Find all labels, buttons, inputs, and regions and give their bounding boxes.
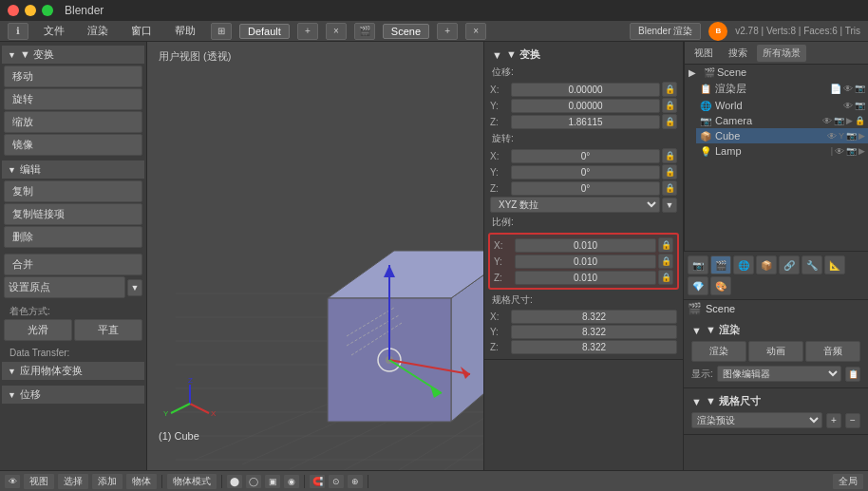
outliner-tab-view[interactable]: 视图 xyxy=(689,45,719,62)
rot-y-lock[interactable]: 🔒 xyxy=(662,164,677,179)
cube-eye[interactable]: 👁 xyxy=(827,131,837,142)
preset-remove-btn[interactable]: − xyxy=(845,413,860,428)
outliner-tab-all-scenes[interactable]: 所有场景 xyxy=(757,45,806,62)
props-tab-object[interactable]: 📦 xyxy=(756,255,777,274)
xyz-damp-select[interactable]: XYZ 数拉 xyxy=(490,197,660,213)
texture-shade-icon[interactable]: ▣ xyxy=(264,474,281,489)
add-btn[interactable]: 添加 xyxy=(91,473,123,490)
lamp-eye[interactable]: 👁 xyxy=(835,146,844,157)
props-tab-texture[interactable]: 🎨 xyxy=(710,276,731,295)
props-tab-constraints[interactable]: 🔗 xyxy=(779,255,800,274)
display-extra-btn[interactable]: 📋 xyxy=(845,367,860,382)
camera-lock[interactable]: 🔒 xyxy=(855,116,865,126)
outliner-world[interactable]: 🌐 World 👁 📷 xyxy=(696,98,868,113)
props-tab-scene[interactable]: 🎬 xyxy=(710,255,731,274)
render-preset-select[interactable]: 渲染预设 xyxy=(691,412,822,428)
scale-y-lock[interactable]: 🔒 xyxy=(658,254,673,269)
xyz-damp-expand[interactable]: ▼ xyxy=(662,198,677,213)
scale-x-input[interactable] xyxy=(515,238,656,253)
close-button[interactable] xyxy=(8,5,19,16)
dim-x-input[interactable] xyxy=(511,310,677,324)
wireframe-icon[interactable]: ◯ xyxy=(245,474,262,489)
menu-render[interactable]: 渲染 xyxy=(80,22,116,40)
props-tab-world[interactable]: 🌐 xyxy=(733,255,754,274)
scale-z-lock[interactable]: 🔒 xyxy=(658,270,673,285)
solid-shade-icon[interactable]: ⬤ xyxy=(226,474,243,489)
object-btn[interactable]: 物体 xyxy=(125,473,158,490)
outliner-tab-search[interactable]: 搜索 xyxy=(723,45,753,62)
move-btn[interactable]: 移动 xyxy=(4,66,142,87)
props-tab-material[interactable]: 💎 xyxy=(688,276,708,295)
cube-render-icon[interactable]: 📷 xyxy=(846,131,857,142)
view-btn[interactable]: 视图 xyxy=(23,473,55,490)
cube-lock[interactable]: ▶ xyxy=(859,131,865,142)
location-header[interactable]: ▼ 位移 xyxy=(2,386,144,404)
loc-z-input[interactable] xyxy=(511,115,660,129)
outliner-scene[interactable]: ▶ 🎬 Scene xyxy=(685,65,868,80)
mirror-btn[interactable]: 镜像 xyxy=(4,134,142,156)
viewport[interactable]: 用户视图 (透视) xyxy=(147,42,483,470)
smooth-btn[interactable]: 光滑 xyxy=(4,319,72,341)
info-icon-btn[interactable]: ℹ xyxy=(8,23,28,40)
renderlayer-render-icon[interactable]: 📷 xyxy=(855,84,865,94)
world-eye[interactable]: 👁 xyxy=(843,101,853,111)
set-origin-btn[interactable]: 设置原点 xyxy=(4,276,125,298)
minimize-button[interactable] xyxy=(25,5,36,16)
dim-z-input[interactable] xyxy=(511,340,677,354)
outliner-renderlayer[interactable]: 📋 渲染层 📄 👁 📷 xyxy=(696,80,868,98)
loc-y-lock[interactable]: 🔒 xyxy=(662,98,677,113)
outliner-cube[interactable]: 📦 Cube 👁 Y 📷 ▶ xyxy=(696,128,868,143)
outliner-camera[interactable]: 📷 Camera 👁 📷 ▶ 🔒 xyxy=(696,113,868,128)
world-render-icon[interactable]: 📷 xyxy=(855,101,865,111)
loc-x-lock[interactable]: 🔒 xyxy=(662,82,677,97)
rot-x-input[interactable] xyxy=(511,149,660,163)
maximize-button[interactable] xyxy=(42,5,53,16)
duplicate-btn[interactable]: 复制 xyxy=(4,180,142,202)
rot-z-lock[interactable]: 🔒 xyxy=(662,180,677,196)
remove-layout-icon[interactable]: × xyxy=(326,23,347,40)
loc-y-input[interactable] xyxy=(511,99,660,113)
flat-btn[interactable]: 平直 xyxy=(74,319,142,341)
render-btn[interactable]: 渲染 xyxy=(691,341,746,362)
select-btn[interactable]: 选择 xyxy=(57,473,89,490)
props-tab-modifiers[interactable]: 🔧 xyxy=(802,255,822,274)
renderlayer-eye[interactable]: 👁 xyxy=(843,84,853,94)
menu-window[interactable]: 窗口 xyxy=(123,22,160,40)
props-tab-data[interactable]: 📐 xyxy=(824,255,845,274)
camera-render-icon[interactable]: 📷 xyxy=(834,116,844,126)
scene-selector[interactable]: Scene xyxy=(383,24,429,39)
dim-y-input[interactable] xyxy=(511,325,677,339)
add-layout-icon[interactable]: + xyxy=(297,23,318,40)
dimensions-section-header[interactable]: ▼ ▼ 规格尺寸 xyxy=(688,392,864,410)
apply-transform-header[interactable]: ▼ 应用物体变换 xyxy=(2,362,144,380)
menu-file[interactable]: 文件 xyxy=(36,22,72,40)
scale-y-input[interactable] xyxy=(515,255,656,269)
proportional-edit-icon[interactable]: ⊙ xyxy=(328,474,345,489)
screen-layout-icon[interactable]: ⊞ xyxy=(211,23,232,40)
scale-btn[interactable]: 缩放 xyxy=(4,111,142,133)
scale-x-lock[interactable]: 🔒 xyxy=(658,237,673,253)
transform-manipulator-icon[interactable]: ⊕ xyxy=(347,474,364,489)
camera-extra[interactable]: ▶ xyxy=(846,116,853,126)
rotate-btn[interactable]: 旋转 xyxy=(4,88,142,110)
rendered-icon[interactable]: ◉ xyxy=(283,474,300,489)
rot-y-input[interactable] xyxy=(511,165,660,179)
rot-x-lock[interactable]: 🔒 xyxy=(662,148,677,163)
scene-icon-btn[interactable]: 🎬 xyxy=(354,23,375,40)
preset-add-btn[interactable]: + xyxy=(826,413,841,428)
edit-header[interactable]: ▼ 编辑 xyxy=(2,161,144,179)
add-scene-icon[interactable]: + xyxy=(437,23,458,40)
transform-header[interactable]: ▼ ▼ 变换 xyxy=(2,46,144,64)
lamp-lock[interactable]: ▶ xyxy=(859,146,865,157)
global-btn[interactable]: 全局 xyxy=(832,473,864,490)
duplicate-link-btn[interactable]: 复制链接项 xyxy=(4,203,142,225)
audio-btn[interactable]: 音频 xyxy=(805,341,860,362)
display-select[interactable]: 图像编辑器 xyxy=(717,366,841,382)
rot-z-input[interactable] xyxy=(511,181,660,196)
lamp-render-icon[interactable]: 📷 xyxy=(846,146,857,157)
remove-scene-icon[interactable]: × xyxy=(465,23,486,40)
set-origin-dropdown[interactable]: ▼ xyxy=(127,279,142,296)
props-tab-render[interactable]: 📷 xyxy=(688,255,708,274)
snap-icon[interactable]: 🧲 xyxy=(309,474,326,489)
delete-btn[interactable]: 删除 xyxy=(4,226,142,248)
